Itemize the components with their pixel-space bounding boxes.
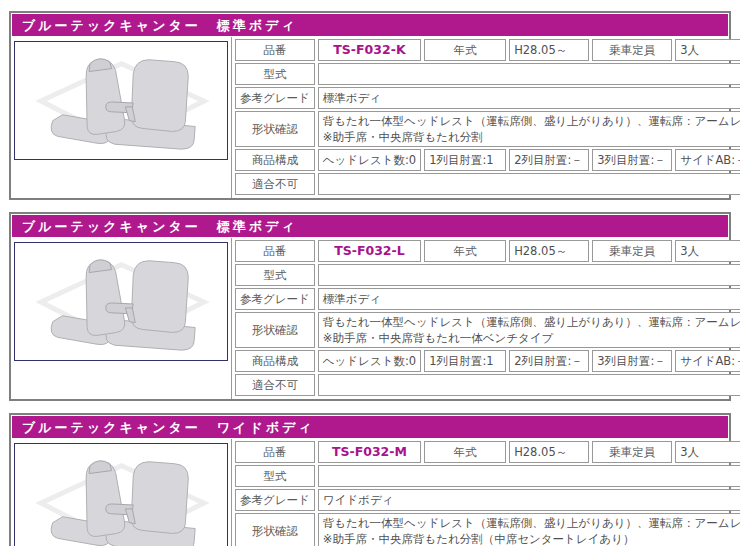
shape-line-2: ※助手席・中央席背もたれ分割（中席センタートレイあり） — [323, 531, 740, 546]
composition-row2-armrest: 2列目肘置:－ — [509, 350, 589, 372]
capacity-value: 3人 — [675, 39, 740, 61]
composition-row1-armrest: 1列目肘置:1 — [424, 149, 506, 171]
spec-table: 品番 TS-F032-L 年式 H28.05～ 乗車定員 3人 型式 参考グレー… — [232, 238, 740, 398]
section-body: 品番 TS-F032-M 年式 H28.05～ 乗車定員 3人 型式 参考グレー… — [11, 439, 729, 546]
label-shape: 形状確認 — [235, 111, 315, 147]
table-row: 品番 TS-F032-K 年式 H28.05～ 乗車定員 3人 — [235, 39, 740, 61]
label-capacity: 乗車定員 — [592, 39, 672, 61]
label-composition: 商品構成 — [235, 350, 315, 372]
table-row: 参考グレード ワイドボディ — [235, 489, 740, 511]
seat-image-cell — [11, 439, 232, 546]
spec-table: 品番 TS-F032-K 年式 H28.05～ 乗車定員 3人 型式 参考グレー… — [232, 37, 740, 197]
truck-seat-icon — [20, 448, 223, 546]
shape-line-2: ※助手席・中央席背もたれ一体ベンチタイプ — [323, 330, 740, 346]
section-title: ブルーテックキャンター ワイドボディ — [12, 416, 728, 438]
table-row: 品番 TS-F032-M 年式 H28.05～ 乗車定員 3人 — [235, 441, 740, 463]
product-section-1: ブルーテックキャンター 標準ボディ — [9, 11, 731, 200]
label-year: 年式 — [424, 240, 506, 262]
table-row: 参考グレード 標準ボディ — [235, 288, 740, 310]
truck-seat-icon — [20, 46, 223, 156]
label-part-no: 品番 — [235, 39, 315, 61]
shape-line-1: 背もたれ一体型ヘッドレスト（運転席側、盛り上がりあり）、運転席：アームレストあり — [323, 314, 740, 330]
product-section-3: ブルーテックキャンター ワイドボディ — [9, 413, 731, 546]
product-section-2: ブルーテックキャンター 標準ボディ — [9, 212, 731, 401]
label-model: 型式 — [235, 63, 315, 85]
grade-value: 標準ボディ — [318, 87, 740, 109]
label-part-no: 品番 — [235, 441, 315, 463]
part-number-value: TS-F032-M — [318, 441, 421, 463]
seat-illustration — [14, 242, 228, 361]
table-row: 型式 — [235, 264, 740, 286]
table-row: 形状確認 背もたれ一体型ヘッドレスト（運転席側、盛り上がりあり）、運転席：アーム… — [235, 312, 740, 348]
shape-value: 背もたれ一体型ヘッドレスト（運転席側、盛り上がりあり）、運転席：アームレストあり… — [318, 111, 740, 147]
incompatible-value — [318, 173, 740, 195]
label-incompatible: 適合不可 — [235, 374, 315, 396]
shape-line-1: 背もたれ一体型ヘッドレスト（運転席側、盛り上がりあり）、運転席：アームレストあり — [323, 113, 740, 129]
section-title: ブルーテックキャンター 標準ボディ — [12, 14, 728, 36]
section-body: 品番 TS-F032-L 年式 H28.05～ 乗車定員 3人 型式 参考グレー… — [11, 238, 729, 399]
part-number-value: TS-F032-K — [318, 39, 421, 61]
year-value: H28.05～ — [509, 441, 589, 463]
spec-table: 品番 TS-F032-M 年式 H28.05～ 乗車定員 3人 型式 参考グレー… — [232, 439, 740, 546]
spec-page: ブルーテックキャンター 標準ボディ — [0, 0, 740, 546]
composition-side-ab: サイドAB:－ — [675, 350, 740, 372]
model-value — [318, 63, 740, 85]
label-year: 年式 — [424, 39, 506, 61]
composition-headrest: ヘッドレスト数:0 — [318, 350, 421, 372]
table-row: 品番 TS-F032-L 年式 H28.05～ 乗車定員 3人 — [235, 240, 740, 262]
table-row: 参考グレード 標準ボディ — [235, 87, 740, 109]
label-capacity: 乗車定員 — [592, 240, 672, 262]
label-composition: 商品構成 — [235, 149, 315, 171]
label-year: 年式 — [424, 441, 506, 463]
incompatible-value — [318, 374, 740, 396]
grade-value: ワイドボディ — [318, 489, 740, 511]
label-shape: 形状確認 — [235, 513, 315, 546]
model-value — [318, 264, 740, 286]
shape-line-1: 背もたれ一体型ヘッドレスト（運転席側、盛り上がりあり）、運転席：アームレストあり — [323, 515, 740, 531]
section-title: ブルーテックキャンター 標準ボディ — [12, 215, 728, 237]
composition-row3-armrest: 3列目肘置:－ — [592, 350, 672, 372]
grade-value: 標準ボディ — [318, 288, 740, 310]
composition-row2-armrest: 2列目肘置:－ — [509, 149, 589, 171]
table-row: 適合不可 — [235, 173, 740, 195]
table-row: 形状確認 背もたれ一体型ヘッドレスト（運転席側、盛り上がりあり）、運転席：アーム… — [235, 111, 740, 147]
composition-headrest: ヘッドレスト数:0 — [318, 149, 421, 171]
model-value — [318, 465, 740, 487]
composition-row1-armrest: 1列目肘置:1 — [424, 350, 506, 372]
capacity-value: 3人 — [675, 240, 740, 262]
truck-seat-icon — [20, 247, 223, 357]
label-grade: 参考グレード — [235, 87, 315, 109]
shape-line-2: ※助手席・中央席背もたれ分割 — [323, 129, 740, 145]
label-model: 型式 — [235, 465, 315, 487]
label-part-no: 品番 — [235, 240, 315, 262]
seat-image-cell — [11, 37, 232, 198]
table-row: 形状確認 背もたれ一体型ヘッドレスト（運転席側、盛り上がりあり）、運転席：アーム… — [235, 513, 740, 546]
label-grade: 参考グレード — [235, 489, 315, 511]
shape-value: 背もたれ一体型ヘッドレスト（運転席側、盛り上がりあり）、運転席：アームレストあり… — [318, 312, 740, 348]
label-shape: 形状確認 — [235, 312, 315, 348]
table-row: 適合不可 — [235, 374, 740, 396]
table-row: 型式 — [235, 465, 740, 487]
label-grade: 参考グレード — [235, 288, 315, 310]
table-row: 商品構成 ヘッドレスト数:0 1列目肘置:1 2列目肘置:－ 3列目肘置:－ サ… — [235, 350, 740, 372]
seat-image-cell — [11, 238, 232, 399]
seat-illustration — [14, 443, 228, 546]
shape-value: 背もたれ一体型ヘッドレスト（運転席側、盛り上がりあり）、運転席：アームレストあり… — [318, 513, 740, 546]
composition-row3-armrest: 3列目肘置:－ — [592, 149, 672, 171]
label-model: 型式 — [235, 264, 315, 286]
part-number-value: TS-F032-L — [318, 240, 421, 262]
seat-illustration — [14, 41, 228, 160]
composition-side-ab: サイドAB:－ — [675, 149, 740, 171]
label-incompatible: 適合不可 — [235, 173, 315, 195]
label-capacity: 乗車定員 — [592, 441, 672, 463]
table-row: 型式 — [235, 63, 740, 85]
table-row: 商品構成 ヘッドレスト数:0 1列目肘置:1 2列目肘置:－ 3列目肘置:－ サ… — [235, 149, 740, 171]
year-value: H28.05～ — [509, 240, 589, 262]
section-body: 品番 TS-F032-K 年式 H28.05～ 乗車定員 3人 型式 参考グレー… — [11, 37, 729, 198]
capacity-value: 3人 — [675, 441, 740, 463]
year-value: H28.05～ — [509, 39, 589, 61]
